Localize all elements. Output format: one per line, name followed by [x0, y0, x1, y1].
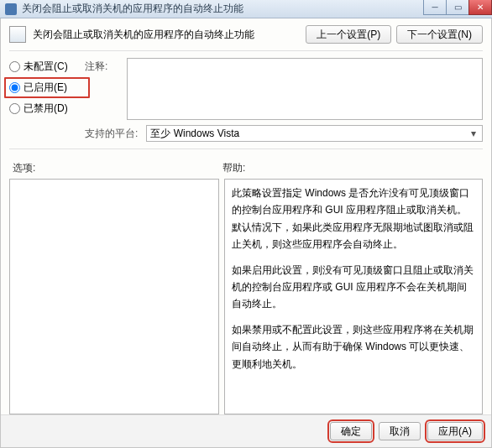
window-icon	[5, 3, 17, 15]
help-paragraph-2: 如果启用此设置，则没有可见顶级窗口且阻止或取消关机的控制台应用程序或 GUI 应…	[232, 262, 475, 313]
ok-button[interactable]: 确定	[330, 422, 372, 440]
header-row: 关闭会阻止或取消关机的应用程序的自动终止功能 上一个设置(P) 下一个设置(N)	[1, 18, 491, 49]
radio-enabled-label: 已启用(E)	[24, 81, 67, 95]
maximize-button[interactable]: ▭	[446, 0, 469, 15]
config-row: 未配置(C) 已启用(E) 已禁用(D) 注释:	[1, 56, 491, 122]
minimize-button[interactable]: ─	[423, 0, 447, 15]
pane-labels: 选项: 帮助:	[1, 154, 491, 179]
comment-label: 注释:	[85, 58, 127, 74]
radio-enabled-input[interactable]	[9, 82, 20, 93]
platform-value: 至少 Windows Vista	[150, 127, 239, 141]
options-label: 选项:	[13, 161, 222, 175]
radio-disabled-label: 已禁用(D)	[24, 102, 68, 116]
radio-disabled-input[interactable]	[9, 103, 20, 114]
separator-2	[9, 148, 483, 149]
close-button[interactable]: ✕	[468, 0, 492, 15]
platform-select[interactable]: 至少 Windows Vista ▾	[146, 125, 483, 142]
radio-enabled[interactable]: 已启用(E)	[9, 81, 85, 95]
policy-editor-window: 关闭会阻止或取消关机的应用程序的自动终止功能 ─ ▭ ✕ 关闭会阻止或取消关机的…	[0, 0, 492, 448]
comment-textbox[interactable]	[127, 58, 483, 120]
next-setting-button[interactable]: 下一个设置(N)	[396, 25, 483, 44]
help-paragraph-3: 如果禁用或不配置此设置，则这些应用程序将在关机期间自动终止，从而有助于确保 Wi…	[232, 321, 475, 372]
apply-button[interactable]: 应用(A)	[427, 422, 483, 440]
platform-row: 支持的平台: 至少 Windows Vista ▾	[1, 122, 491, 147]
cancel-button[interactable]: 取消	[379, 422, 421, 440]
radio-not-configured[interactable]: 未配置(C)	[9, 60, 85, 74]
help-pane[interactable]: 此策略设置指定 Windows 是否允许没有可见顶级窗口的控制台应用程序和 GU…	[224, 179, 483, 414]
titlebar: 关闭会阻止或取消关机的应用程序的自动终止功能 ─ ▭ ✕	[0, 0, 492, 18]
state-radios: 未配置(C) 已启用(E) 已禁用(D)	[9, 58, 85, 116]
content-area: 关闭会阻止或取消关机的应用程序的自动终止功能 上一个设置(P) 下一个设置(N)…	[0, 18, 492, 448]
chevron-down-icon: ▾	[467, 127, 480, 140]
help-paragraph-1: 此策略设置指定 Windows 是否允许没有可见顶级窗口的控制台应用程序和 GU…	[232, 185, 475, 253]
comment-column: 注释:	[85, 58, 483, 120]
window-controls: ─ ▭ ✕	[424, 0, 492, 15]
previous-setting-button[interactable]: 上一个设置(P)	[306, 25, 391, 44]
window-title: 关闭会阻止或取消关机的应用程序的自动终止功能	[22, 2, 243, 16]
policy-icon	[9, 26, 26, 43]
options-pane[interactable]	[9, 179, 219, 414]
platform-label: 支持的平台:	[85, 127, 146, 141]
radio-not-configured-label: 未配置(C)	[24, 60, 68, 74]
help-label: 帮助:	[222, 161, 245, 175]
panes-row: 此策略设置指定 Windows 是否允许没有可见顶级窗口的控制台应用程序和 GU…	[1, 179, 491, 414]
radio-not-configured-input[interactable]	[9, 61, 20, 72]
separator	[9, 50, 483, 51]
policy-title: 关闭会阻止或取消关机的应用程序的自动终止功能	[33, 28, 306, 42]
radio-disabled[interactable]: 已禁用(D)	[9, 102, 85, 116]
footer: 确定 取消 应用(A)	[1, 414, 491, 447]
